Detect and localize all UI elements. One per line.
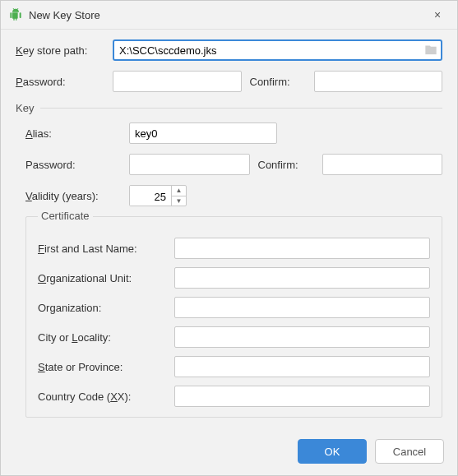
cert-orgunit-label: Organizational Unit: [38, 272, 168, 284]
cert-country-row: Country Code (XX): [38, 386, 430, 407]
cert-city-label: City or Locality: [38, 331, 168, 344]
alias-label: Alias: [25, 127, 123, 140]
cert-firstlast-row: First and Last Name: [38, 238, 430, 259]
key-password-label: Password: [25, 159, 123, 171]
keystore-password-row: Password: Confirm: [16, 71, 442, 92]
keystore-path-row: Key store path: [16, 39, 442, 61]
key-section-header: Key [16, 102, 442, 114]
folder-icon[interactable] [424, 44, 437, 58]
cancel-button[interactable]: Cancel [375, 439, 444, 464]
cert-state-row: State or Province: [38, 356, 430, 377]
dialog-window: New Key Store × Key store path: Password… [0, 0, 458, 476]
alias-row: Alias: [25, 122, 442, 144]
window-title: New Key Store [29, 9, 426, 21]
keystore-confirm-input[interactable] [314, 71, 443, 92]
key-password-row: Password: Confirm: [25, 154, 442, 175]
android-icon [9, 8, 22, 21]
spinner-down[interactable]: ▼ [172, 196, 186, 206]
cert-organization-row: Organization: [38, 297, 430, 318]
keystore-password-input[interactable] [113, 71, 242, 92]
spinner-buttons: ▲ ▼ [171, 186, 186, 206]
button-bar: OK Cancel [1, 431, 457, 475]
validity-row: Validity (years): ▲ ▼ [25, 185, 442, 206]
cert-country-input[interactable] [174, 386, 430, 407]
certificate-legend: Certificate [38, 210, 93, 222]
cert-state-input[interactable] [174, 356, 430, 377]
key-section-title: Key [16, 102, 34, 114]
cert-city-row: City or Locality: [38, 326, 430, 348]
cert-orgunit-row: Organizational Unit: [38, 267, 430, 289]
validity-spinner[interactable]: ▲ ▼ [129, 185, 187, 206]
alias-input[interactable] [129, 122, 277, 144]
cert-country-label: Country Code (XX): [38, 391, 168, 403]
key-section: Alias: Password: Confirm: Validity (year… [16, 122, 442, 418]
cert-state-label: State or Province: [38, 361, 168, 373]
spinner-up[interactable]: ▲ [172, 186, 186, 196]
titlebar: New Key Store × [1, 1, 457, 30]
validity-input[interactable] [130, 186, 171, 206]
cert-firstlast-input[interactable] [174, 238, 430, 259]
key-password-input[interactable] [129, 154, 250, 175]
cert-organization-label: Organization: [38, 302, 168, 314]
ok-button[interactable]: OK [298, 439, 367, 464]
keystore-password-label: Password: [16, 76, 106, 88]
key-confirm-label: Confirm: [258, 159, 314, 171]
close-button[interactable]: × [426, 6, 449, 24]
cert-city-input[interactable] [174, 326, 430, 348]
validity-label: Validity (years): [25, 190, 123, 202]
cert-orgunit-input[interactable] [174, 267, 430, 289]
keystore-confirm-label: Confirm: [250, 76, 306, 88]
cert-firstlast-label: First and Last Name: [38, 243, 168, 255]
key-confirm-input[interactable] [322, 154, 443, 175]
keystore-path-input[interactable] [113, 39, 442, 61]
divider [40, 108, 442, 109]
cert-organization-input[interactable] [174, 297, 430, 318]
certificate-fieldset: Certificate First and Last Name: Organiz… [25, 216, 442, 418]
keystore-path-field-wrap [113, 39, 442, 61]
keystore-path-label: Key store path: [16, 44, 106, 57]
content-area: Key store path: Password: Confirm: Key A [1, 30, 457, 431]
close-icon: × [434, 8, 441, 21]
